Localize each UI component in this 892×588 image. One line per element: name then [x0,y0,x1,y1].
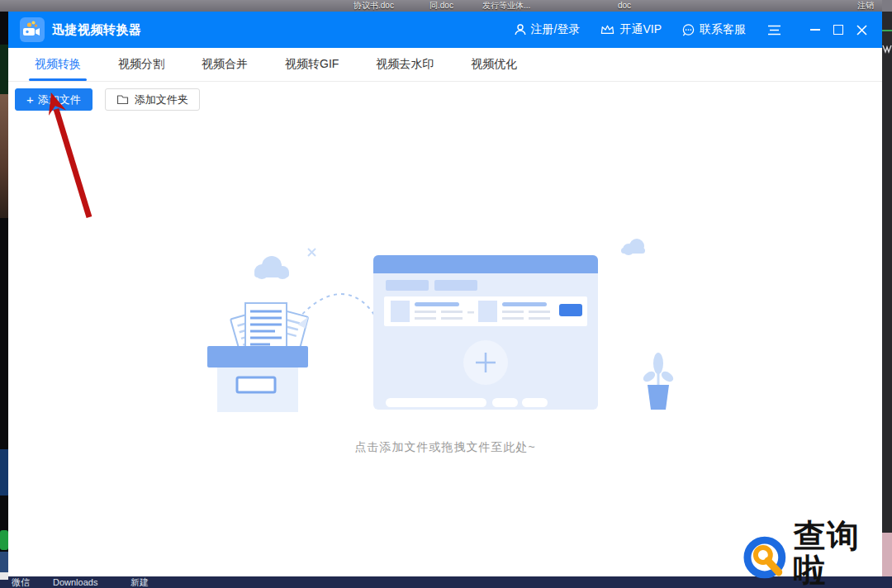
desktop-fragment [882,30,892,31]
desktop-icon-label[interactable]: 注销 [857,1,874,11]
window-controls [801,19,871,40]
desktop-fragment [882,0,892,12]
app-title: 迅捷视频转换器 [52,22,142,38]
desktop-wallpaper-fragment [0,94,8,218]
hamburger-menu-icon [767,25,781,36]
desktop-icon-fragment [882,43,892,55]
desktop-background-right [882,0,892,588]
tab-video-optimize[interactable]: 视频优化 [471,49,517,81]
tab-video-convert[interactable]: 视频转换 [35,49,81,81]
desktop-icon-label[interactable]: 微信 [12,577,30,587]
watermark-text: 查询啦 chaxunla.com [794,518,892,588]
close-icon [856,25,867,36]
maximize-button[interactable] [829,19,847,40]
app-window: 迅捷视频转换器 注册/登录 开通VIP [8,12,882,576]
titlebar: 迅捷视频转换器 注册/登录 开通VIP [8,12,882,48]
main-menu-button[interactable] [767,25,781,36]
desktop-background-left [0,12,8,576]
register-login-button[interactable]: 注册/登录 [514,22,581,37]
desktop-fragment [0,449,8,496]
add-folder-button[interactable]: 添加文件夹 [105,88,200,111]
open-vip-label: 开通VIP [619,22,662,37]
crown-icon [600,23,615,36]
chaxunla-logo-icon [742,534,791,584]
tab-bar: 视频转换 视频分割 视频合并 视频转GIF 视频去水印 视频优化 [8,48,882,82]
desktop-fragment [0,45,8,94]
minimize-icon [810,29,820,31]
wechat-icon [0,530,8,550]
toolbar: + 添加文件 添加文件夹 [8,82,882,111]
add-file-button[interactable]: + 添加文件 [15,88,93,111]
minimize-button[interactable] [806,19,824,40]
desktop-icon-label[interactable]: doc [618,1,631,11]
tab-video-merge[interactable]: 视频合并 [202,49,248,81]
archive-box-illustration [207,303,308,412]
desktop-background-top: 协议书.doc 同.doc 发行等业体... doc 注销 [0,0,892,12]
cloud-icon [621,239,645,255]
titlebar-actions: 注册/登录 开通VIP 联系客服 [494,19,871,40]
sparkle-icon [308,249,316,256]
open-vip-button[interactable]: 开通VIP [600,22,662,37]
plant-icon [642,353,676,410]
chat-bubble-icon [681,23,695,37]
tab-video-to-gif[interactable]: 视频转GIF [285,49,339,81]
add-file-label: 添加文件 [38,92,81,107]
plus-icon: + [26,93,34,106]
app-logo-icon [20,17,45,42]
desktop-fragment [0,572,8,580]
maximize-icon [833,25,843,35]
converter-window-mockup [373,255,598,410]
close-button[interactable] [852,19,871,40]
contact-support-button[interactable]: 联系客服 [681,22,746,37]
tab-video-remove-watermark[interactable]: 视频去水印 [376,49,434,81]
contact-support-label: 联系客服 [700,22,746,37]
drop-zone-hint: 点击添加文件或拖拽文件至此处~ [8,440,882,455]
cloud-icon [254,256,289,279]
desktop-icon-label[interactable]: 发行等业体... [482,1,530,11]
desktop-icon-label[interactable]: Downloads [53,577,97,587]
screen: 协议书.doc 同.doc 发行等业体... doc 注销 微信 Downloa… [0,0,892,588]
desktop-icon-label[interactable]: 同.doc [429,1,453,11]
desktop-icon-label[interactable]: 协议书.doc [353,1,394,11]
add-folder-label: 添加文件夹 [135,92,188,107]
tab-video-split[interactable]: 视频分割 [118,49,164,81]
register-login-label: 注册/登录 [531,22,581,37]
desktop-icon-label[interactable]: 新建 [130,577,149,587]
empty-state-illustration [206,239,685,429]
watermark: 查询啦 chaxunla.com [742,518,892,588]
watermark-name: 查询啦 [794,518,892,587]
folder-icon [116,94,129,105]
user-icon [514,23,527,36]
file-drop-zone[interactable]: 点击添加文件或拖拽文件至此处~ [8,111,882,455]
